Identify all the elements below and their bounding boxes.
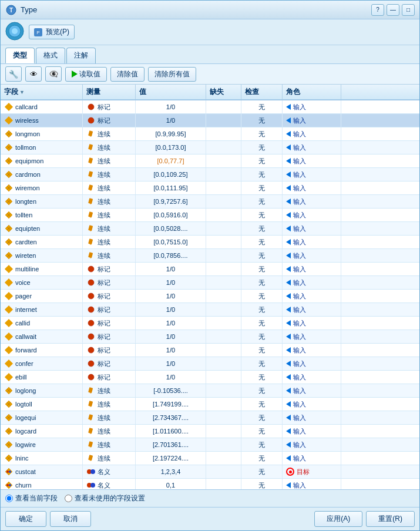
glasses-tool-button[interactable]: 👁 bbox=[25, 66, 42, 82]
arrow-icon bbox=[286, 415, 291, 421]
glasses2-tool-button[interactable]: 👁‍🗨 bbox=[45, 66, 62, 82]
table-row[interactable]: voice标记1/0无输入 bbox=[1, 276, 419, 290]
td-check: 无 bbox=[241, 154, 283, 167]
table-row[interactable]: wireten连续[0.0,7856....无输入 bbox=[1, 249, 419, 263]
svg-point-105 bbox=[9, 484, 11, 486]
td-role[interactable]: 目标 bbox=[283, 465, 341, 478]
tab-type[interactable]: 类型 bbox=[5, 48, 35, 63]
td-role[interactable]: 输入 bbox=[283, 141, 341, 154]
td-check: 无 bbox=[241, 384, 283, 397]
table-row[interactable]: lninc连续[2.197224....无输入 bbox=[1, 452, 419, 465]
td-role[interactable]: 输入 bbox=[283, 357, 341, 370]
td-role[interactable]: 输入 bbox=[283, 249, 341, 262]
td-role[interactable]: 输入 bbox=[283, 371, 341, 384]
tab-annotation[interactable]: 注解 bbox=[66, 48, 96, 63]
tab-format[interactable]: 格式 bbox=[36, 48, 65, 63]
radio-current-fields[interactable]: 查看当前字段 bbox=[5, 493, 58, 503]
reset-button[interactable]: 重置(R) bbox=[366, 511, 415, 527]
table-row[interactable]: tollten连续[0.0,5916.0]无输入 bbox=[1, 209, 419, 222]
field-type-icon bbox=[4, 413, 14, 422]
wrench-tool-button[interactable]: 🔧 bbox=[5, 66, 22, 82]
table-row[interactable]: logequi连续[2.734367....无输入 bbox=[1, 411, 419, 425]
table-row[interactable]: internet标记1/0无输入 bbox=[1, 303, 419, 317]
td-field: internet bbox=[1, 303, 83, 316]
clear-values-button[interactable]: 清除值 bbox=[110, 67, 145, 82]
td-role[interactable]: 输入 bbox=[283, 168, 341, 181]
td-role[interactable]: 输入 bbox=[283, 276, 341, 289]
table-row[interactable]: multiline标记1/0无输入 bbox=[1, 263, 419, 276]
table-row[interactable]: confer标记1/0无输入 bbox=[1, 357, 419, 371]
td-role[interactable]: 输入 bbox=[283, 411, 341, 424]
table-row[interactable]: churn名义0,1无输入 bbox=[1, 479, 419, 489]
td-missing bbox=[206, 236, 241, 248]
td-role[interactable]: 输入 bbox=[283, 209, 341, 221]
title-bar: T Type ? — □ bbox=[1, 1, 419, 19]
td-role[interactable]: 输入 bbox=[283, 100, 341, 113]
td-missing bbox=[206, 438, 241, 451]
td-role[interactable]: 输入 bbox=[283, 344, 341, 357]
td-value: [-0.10536.... bbox=[136, 384, 206, 397]
table-row[interactable]: cardten连续[0.0,7515.0]无输入 bbox=[1, 236, 419, 249]
td-role[interactable]: 输入 bbox=[283, 222, 341, 235]
td-value: [0.0,173.0] bbox=[136, 141, 206, 154]
table-row[interactable]: tollmon连续[0.0,173.0]无输入 bbox=[1, 141, 419, 154]
td-role[interactable]: 输入 bbox=[283, 303, 341, 316]
th-field: 字段 ▼ bbox=[1, 85, 83, 99]
table-row[interactable]: logwire连续[2.701361....无输入 bbox=[1, 438, 419, 452]
td-role[interactable]: 输入 bbox=[283, 452, 341, 465]
td-role[interactable]: 输入 bbox=[283, 182, 341, 194]
table-row[interactable]: logcard连续[1.011600....无输入 bbox=[1, 425, 419, 438]
clear-all-values-button[interactable]: 清除所有值 bbox=[148, 67, 196, 82]
td-role[interactable]: 输入 bbox=[283, 154, 341, 167]
td-role[interactable]: 输入 bbox=[283, 195, 341, 208]
read-values-button[interactable]: 读取值 bbox=[65, 67, 107, 82]
svg-rect-91 bbox=[88, 441, 93, 447]
td-role[interactable]: 输入 bbox=[283, 290, 341, 303]
td-role[interactable]: 输入 bbox=[283, 236, 341, 248]
td-role[interactable]: 输入 bbox=[283, 114, 341, 127]
td-role[interactable]: 输入 bbox=[283, 384, 341, 397]
table-row[interactable]: longmon连续[0.9,99.95]无输入 bbox=[1, 127, 419, 141]
arrow-icon bbox=[286, 374, 291, 380]
td-field: logcard bbox=[1, 425, 83, 438]
td-role[interactable]: 输入 bbox=[283, 127, 341, 140]
td-role[interactable]: 输入 bbox=[283, 317, 341, 330]
td-role[interactable]: 输入 bbox=[283, 330, 341, 343]
table-body[interactable]: callcard标记1/0无输入wireless标记1/0无输入longmon连… bbox=[1, 100, 419, 489]
table-row[interactable]: callid标记1/0无输入 bbox=[1, 317, 419, 330]
cancel-button[interactable]: 取消 bbox=[50, 511, 91, 527]
preview-button[interactable]: P 预览(P) bbox=[29, 25, 75, 39]
svg-point-61 bbox=[88, 293, 94, 299]
td-role[interactable]: 输入 bbox=[283, 398, 341, 411]
table-row[interactable]: loglong连续[-0.10536....无输入 bbox=[1, 384, 419, 398]
table-row[interactable]: cardmon连续[0.0,109.25]无输入 bbox=[1, 168, 419, 182]
td-check: 无 bbox=[241, 236, 283, 248]
table-row[interactable]: wireless标记1/0无输入 bbox=[1, 114, 419, 127]
arrow-icon bbox=[286, 117, 291, 123]
td-role[interactable]: 输入 bbox=[283, 425, 341, 438]
table-row[interactable]: callcard标记1/0无输入 bbox=[1, 100, 419, 114]
table-row[interactable]: logtoll连续[1.749199....无输入 bbox=[1, 398, 419, 411]
help-button[interactable]: ? bbox=[371, 4, 384, 16]
table-row[interactable]: custcat名义1,2,3,4无目标 bbox=[1, 465, 419, 479]
radio-unused-fields[interactable]: 查看未使用的字段设置 bbox=[65, 493, 145, 503]
maximize-button[interactable]: □ bbox=[402, 4, 415, 16]
apply-button[interactable]: 应用(A) bbox=[314, 511, 362, 527]
td-role[interactable]: 输入 bbox=[283, 438, 341, 451]
table-row[interactable]: wiremon连续[0.0,111.95]无输入 bbox=[1, 182, 419, 195]
table-row[interactable]: pager标记1/0无输入 bbox=[1, 290, 419, 303]
table-row[interactable]: forward标记1/0无输入 bbox=[1, 344, 419, 357]
td-missing bbox=[206, 425, 241, 438]
table-row[interactable]: callwait标记1/0无输入 bbox=[1, 330, 419, 344]
minimize-button[interactable]: — bbox=[387, 4, 399, 16]
td-role[interactable]: 输入 bbox=[283, 479, 341, 489]
field-type-icon bbox=[4, 129, 14, 139]
td-role[interactable]: 输入 bbox=[283, 263, 341, 275]
td-measure: 连续 bbox=[83, 398, 136, 411]
table-row[interactable]: longten连续[0.9,7257.6]无输入 bbox=[1, 195, 419, 209]
td-missing bbox=[206, 330, 241, 343]
table-row[interactable]: ebill标记1/0无输入 bbox=[1, 371, 419, 384]
ok-button[interactable]: 确定 bbox=[5, 511, 46, 527]
table-row[interactable]: equipmon连续[0.0,77.7]无输入 bbox=[1, 154, 419, 168]
table-row[interactable]: equipten连续[0.0,5028....无输入 bbox=[1, 222, 419, 236]
